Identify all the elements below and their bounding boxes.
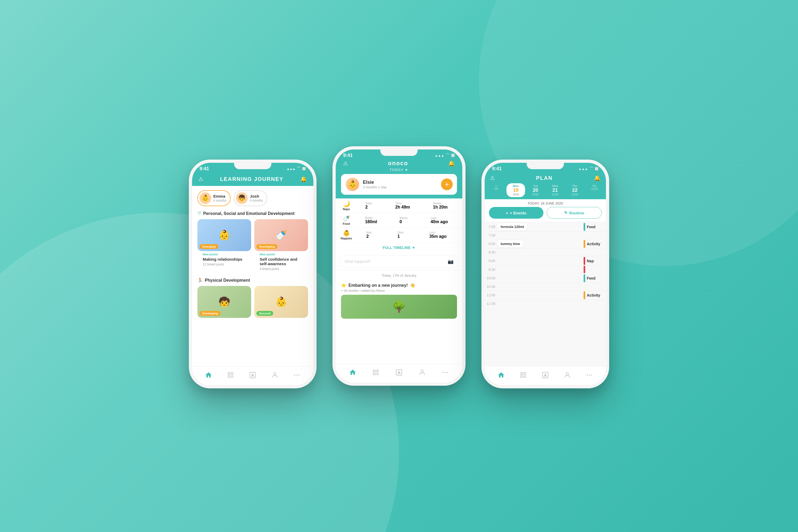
profile-age-josh: 4 months bbox=[250, 199, 263, 203]
profile-emma[interactable]: 👶 Emma 4 months bbox=[197, 190, 231, 206]
card-links-1: 12 linked posts bbox=[197, 262, 251, 268]
notch-left bbox=[234, 163, 271, 169]
new-posts-2: New posts! bbox=[254, 251, 308, 256]
nav-more-center[interactable] bbox=[440, 367, 450, 377]
svg-text:A: A bbox=[398, 370, 400, 375]
svg-point-23 bbox=[524, 376, 526, 377]
what-happened-placeholder: What happend? bbox=[344, 259, 371, 264]
profile-name-emma: Emma bbox=[213, 194, 226, 199]
phone-left-inner: 9:41 ▲▲▲ ⌒ ⬜ ⚠ LEARNING JOURNEY 🔔 bbox=[192, 163, 314, 385]
nav-activity-center[interactable]: A bbox=[394, 367, 404, 377]
svg-point-29 bbox=[591, 375, 592, 376]
section-physical: 🏃 Physical Development bbox=[192, 276, 314, 284]
date-tab-mon[interactable]: Mon 19 19/06 bbox=[507, 183, 525, 197]
food-icon: 🍼 bbox=[339, 215, 354, 222]
svg-text:A: A bbox=[252, 373, 254, 377]
bell-icon-left[interactable]: 🔔 bbox=[300, 176, 307, 182]
wifi-icon-left: ⌒ bbox=[297, 167, 301, 171]
bottom-nav-center: A bbox=[336, 364, 462, 382]
avatar-josh: 👦 bbox=[236, 192, 248, 204]
naps-total: Total: 2 bbox=[365, 202, 372, 210]
food-icon-cell: 🍼 Food bbox=[339, 215, 354, 225]
nav-profile-right[interactable] bbox=[563, 370, 572, 380]
card-physical-2: 👶 Secured bbox=[254, 286, 308, 318]
time-right: 9:41 bbox=[492, 166, 502, 172]
card-img-1: 👶 Emerging bbox=[197, 219, 251, 251]
add-entry-button[interactable]: + bbox=[441, 178, 453, 190]
profile-josh[interactable]: 👦 Josh 4 months bbox=[234, 190, 267, 206]
nav-activity-right[interactable]: A bbox=[540, 370, 550, 380]
signal-right: ▲▲▲ bbox=[578, 167, 588, 171]
section-physical-title: Physical Development bbox=[205, 278, 250, 283]
nappies-icon-cell: 👶 Nappies bbox=[339, 230, 354, 240]
bell-icon-right[interactable]: 🔔 bbox=[594, 175, 601, 181]
signal-center: ▲▲▲ bbox=[435, 154, 444, 157]
phone-center-inner: 9:41 ▲▲▲ ⌒ ⬜ ⚠ onoco 🔔 TODAY ▼ bbox=[336, 150, 462, 382]
event-tummy: tummy time bbox=[497, 240, 523, 247]
bell-icon-center[interactable]: 🔔 bbox=[448, 160, 455, 167]
bar-nap-900 bbox=[584, 257, 585, 265]
add-events-button[interactable]: + + Events bbox=[489, 207, 544, 218]
label-activity-1100: Activity bbox=[587, 293, 606, 298]
nav-profile-left[interactable] bbox=[270, 370, 280, 380]
alert-icon-center[interactable]: ⚠ bbox=[343, 160, 348, 167]
nappies-last: Last: 35m ago bbox=[429, 231, 446, 239]
bar-nap-930 bbox=[584, 266, 585, 273]
food-bottle: Bottle: 180ml bbox=[365, 216, 377, 224]
nav-more-left[interactable] bbox=[292, 370, 302, 380]
naps-row: 🌙 Naps Total: 2 Time: 2h 49m bbox=[336, 198, 462, 213]
nav-scan-left[interactable] bbox=[226, 370, 235, 380]
nav-more-right[interactable] bbox=[585, 370, 594, 380]
nav-home-right[interactable] bbox=[496, 370, 506, 380]
svg-point-16 bbox=[421, 370, 423, 373]
svg-point-9 bbox=[299, 375, 300, 376]
date-tab-tue[interactable]: Tue 20 20/06 bbox=[526, 183, 545, 197]
routine-button[interactable]: ✎ Routine bbox=[547, 207, 602, 218]
nav-activity-left[interactable]: A bbox=[248, 370, 258, 380]
date-tab-thu[interactable]: Thu 22 22/06 bbox=[566, 183, 584, 197]
timeline-730: 7:30 bbox=[484, 231, 606, 239]
star-icon-journey: ⭐ bbox=[341, 283, 346, 288]
svg-point-26 bbox=[566, 373, 568, 375]
naps-icon-cell: 🌙 Naps bbox=[339, 201, 354, 211]
baby-card: 👶 Elsie 3 months 1 day + bbox=[341, 174, 457, 195]
baby-avatar: 👶 bbox=[345, 177, 360, 191]
phone-center: 9:41 ▲▲▲ ⌒ ⬜ ⚠ onoco 🔔 TODAY ▼ bbox=[332, 146, 466, 386]
baby-name: Elsie bbox=[363, 179, 386, 185]
nav-home-left[interactable] bbox=[204, 370, 213, 380]
plan-header-icons: ⚠ PLAN 🔔 bbox=[484, 173, 606, 182]
journey-entry: ⭐ Embarking on a new journey! 👋 + 26 mon… bbox=[336, 280, 462, 322]
content-left: 👶 Emma 4 months 👦 Josh 4 mon bbox=[192, 186, 314, 366]
svg-rect-10 bbox=[373, 370, 375, 372]
journey-image: 🌳 bbox=[341, 295, 457, 319]
camera-icon[interactable]: 📷 bbox=[448, 259, 454, 264]
date-tab-prev[interactable]: n /06 bbox=[487, 183, 506, 197]
heart-icon: ♡ bbox=[197, 211, 201, 216]
full-timeline-btn[interactable]: FULL TIMELINE ▼ bbox=[336, 242, 462, 253]
bar-feed-1000 bbox=[584, 274, 585, 282]
content-center: 🌙 Naps Total: 2 Time: 2h 49m bbox=[336, 198, 462, 364]
date-tab-wed[interactable]: Wed 21 21/06 bbox=[546, 183, 565, 197]
what-happened-input[interactable]: What happend? 📷 bbox=[340, 255, 458, 268]
svg-rect-0 bbox=[228, 373, 230, 375]
page-title-left: LEARNING JOURNEY bbox=[220, 176, 284, 182]
header-left: ⚠ LEARNING JOURNEY 🔔 bbox=[192, 173, 314, 186]
section-personal: ♡ Personal, Social and Emotional Develop… bbox=[192, 209, 314, 217]
timeline-800: 8:00 tummy time Activity bbox=[484, 239, 606, 248]
naps-icon: 🌙 bbox=[339, 201, 354, 208]
timeline-1130: 11:30 bbox=[484, 300, 606, 307]
phone-right-inner: 9:41 ▲▲▲ ⌒ ⬜ ⚠ PLAN 🔔 n bbox=[484, 163, 606, 385]
naps-values: Total: 2 Time: 2h 49m Awake: 1h 20m bbox=[354, 202, 459, 210]
nav-profile-center[interactable] bbox=[417, 367, 427, 377]
nav-home-center[interactable] bbox=[348, 367, 358, 377]
phone-right: 9:41 ▲▲▲ ⌒ ⬜ ⚠ PLAN 🔔 n bbox=[481, 159, 609, 388]
date-tab-fri[interactable]: Fri 22/06 bbox=[585, 183, 604, 197]
alert-icon-right[interactable]: ⚠ bbox=[490, 175, 495, 181]
svg-point-28 bbox=[589, 375, 590, 376]
nav-scan-center[interactable] bbox=[371, 367, 381, 377]
svg-point-3 bbox=[231, 376, 233, 377]
notch-center bbox=[380, 150, 418, 156]
nav-scan-right[interactable] bbox=[518, 370, 528, 380]
center-header-icons: ⚠ onoco 🔔 bbox=[341, 160, 457, 167]
alert-icon-left[interactable]: ⚠ bbox=[198, 176, 203, 182]
